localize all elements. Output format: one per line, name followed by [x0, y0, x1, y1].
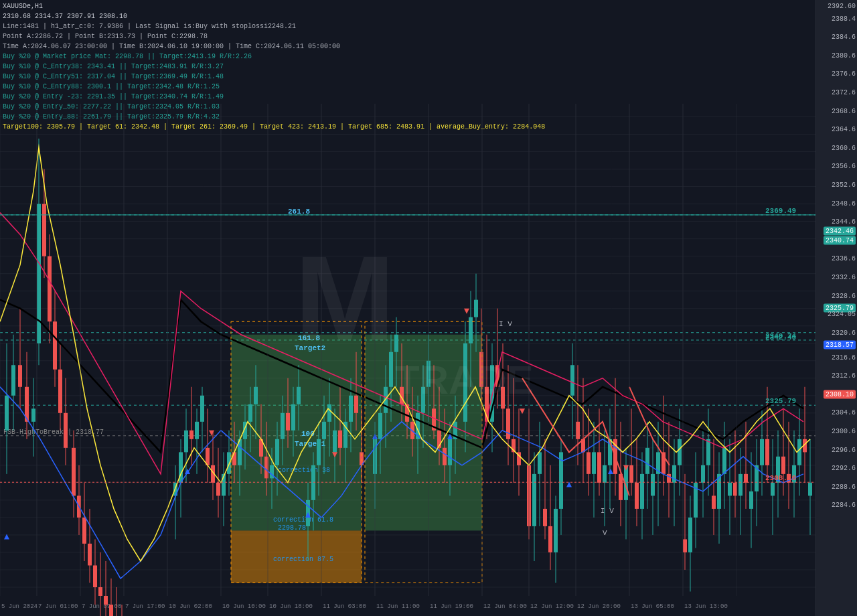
price-label: 2376.6 [832, 70, 856, 78]
price-label: 2372.6 [832, 89, 856, 96]
price-label: 2304.6 [832, 409, 856, 416]
price-label: 2344.6 [832, 218, 856, 226]
price-label: 2292.6 [832, 465, 856, 472]
price-label: 2392.60 [828, 3, 856, 10]
chart-container: M TRADE XAUUSDe,H1 2310.68 2314.37 2307.… [0, 0, 857, 616]
price-scale: 2392.602388.42384.62380.62376.62372.6236… [815, 0, 857, 616]
price-label: 2368.6 [832, 107, 856, 114]
price-label: 2384.6 [832, 33, 856, 41]
price-label: 2356.6 [832, 163, 856, 170]
price-label: 2348.6 [832, 200, 856, 207]
price-label: 2360.6 [832, 144, 856, 151]
price-label: 2324.05 [828, 311, 856, 318]
price-label: 2320.6 [832, 329, 856, 336]
price-label: 2296.6 [832, 446, 856, 453]
price-label: 2388.4 [832, 15, 856, 22]
price-label: 2352.6 [832, 181, 856, 189]
price-label: 2336.6 [832, 255, 856, 262]
price-label: 2328.6 [832, 292, 856, 299]
price-label: 2380.6 [832, 52, 856, 59]
price-label: 2288.6 [832, 483, 856, 490]
price-label: 2308.10 [824, 390, 856, 398]
price-label: 2316.6 [832, 354, 856, 361]
price-label: 2342.46 [824, 228, 856, 235]
price-chart[interactable] [0, 0, 815, 616]
price-label: 2284.6 [832, 502, 856, 509]
price-label: 2340.74 [824, 236, 856, 244]
price-label: 2364.6 [832, 126, 856, 133]
price-label: 2332.6 [832, 274, 856, 281]
price-label: 2312.6 [832, 372, 856, 380]
price-label: 2318.57 [824, 341, 856, 349]
price-label: 2300.6 [832, 428, 856, 435]
